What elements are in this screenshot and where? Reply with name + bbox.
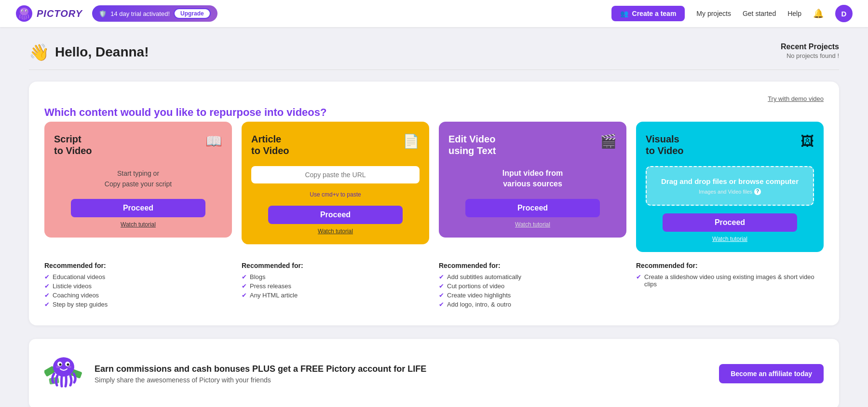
info-icon[interactable]: ?: [754, 188, 761, 195]
demo-video-link[interactable]: Try with demo video: [768, 95, 824, 102]
upgrade-button[interactable]: Upgrade: [174, 8, 211, 19]
list-item: ✔Add logo, intro, & outro: [439, 301, 626, 308]
rec-list-0: ✔Educational videos ✔Listicle videos ✔Co…: [44, 273, 232, 308]
card-header-article: Article to Video 📄: [251, 133, 420, 156]
list-item: ✔Step by step guides: [44, 301, 232, 308]
list-item: ✔Blogs: [242, 273, 429, 281]
list-item: ✔Press releases: [242, 282, 429, 290]
affiliate-text: Earn commissions and cash bonuses PLUS g…: [95, 364, 707, 384]
watch-tutorial-visuals[interactable]: Watch tutorial: [712, 236, 747, 242]
content-section: Try with demo video Which content would …: [29, 82, 839, 325]
list-item: ✔Add subtitles automatically: [439, 273, 626, 281]
rec-title-1: Recommended for:: [242, 262, 429, 269]
main-content: 👋 Hello, Deanna! Recent Projects No proj…: [0, 27, 868, 407]
script-placeholder: Start typing or Copy paste your script: [105, 168, 172, 190]
greeting-text: Hello, Deanna!: [55, 44, 149, 60]
check-icon: ✔: [439, 273, 444, 281]
list-item: ✔Listicle videos: [44, 282, 232, 290]
nav-get-started[interactable]: Get started: [743, 10, 776, 17]
recent-projects-subtitle: No projects found !: [781, 52, 839, 59]
list-item: ✔Create video highlights: [439, 292, 626, 299]
video-input-text: Input video from various sources: [502, 168, 563, 190]
logo[interactable]: PICTORY: [15, 5, 82, 22]
drag-drop-main-text: Drag and drop files or browse computer: [653, 177, 806, 186]
cards-row: Script to Video 📖 Start typing or Copy p…: [44, 122, 824, 252]
proceed-button-script[interactable]: Proceed: [71, 199, 205, 217]
card-body-visuals: Drag and drop files or browse computer I…: [646, 166, 814, 206]
card-title-script: Script to Video: [54, 133, 92, 156]
card-title-visuals: Visuals to Video: [646, 133, 684, 156]
svg-point-12: [59, 363, 62, 365]
logo-icon: [15, 5, 33, 22]
demo-link-row: Try with demo video: [44, 95, 824, 102]
script-to-video-wrapper: Script to Video 📖 Start typing or Copy p…: [44, 122, 232, 252]
rec-title-2: Recommended for:: [439, 262, 626, 269]
affiliate-button[interactable]: Become an affiliate today: [719, 364, 824, 383]
check-icon: ✔: [44, 273, 50, 281]
svg-point-4: [22, 11, 23, 12]
proceed-button-edit[interactable]: Proceed: [465, 199, 600, 217]
check-icon: ✔: [439, 301, 444, 308]
visuals-to-video-card: Visuals to Video 🖼 Drag and drop files o…: [636, 122, 824, 252]
card-title-article: Article to Video: [251, 133, 289, 156]
mascot-svg: [44, 349, 83, 392]
article-icon: 📄: [403, 133, 420, 149]
rec-title-0: Recommended for:: [44, 262, 232, 269]
svg-point-5: [26, 11, 27, 12]
create-team-button[interactable]: 👥 Create a team: [611, 6, 685, 21]
section-question: Which content would you like to repurpos…: [44, 106, 824, 119]
rec-block-0: Recommended for: ✔Educational videos ✔Li…: [44, 262, 232, 310]
list-item: ✔Create a slideshow video using existing…: [636, 273, 824, 288]
check-icon: ✔: [439, 282, 444, 290]
nav-my-projects[interactable]: My projects: [696, 10, 731, 17]
bell-icon[interactable]: 🔔: [813, 8, 824, 19]
url-input[interactable]: [251, 166, 420, 183]
greeting: 👋 Hello, Deanna!: [29, 42, 149, 62]
shield-icon: 🛡️: [99, 10, 107, 17]
header-left: PICTORY 🛡️ 14 day trial activated! Upgra…: [15, 5, 217, 22]
header-right: 👥 Create a team My projects Get started …: [611, 5, 853, 22]
divider: [29, 70, 839, 70]
top-row: 👋 Hello, Deanna! Recent Projects No proj…: [29, 42, 839, 62]
script-icon: 📖: [205, 133, 222, 149]
rec-block-3: Recommended for: ✔Create a slideshow vid…: [636, 262, 824, 310]
affiliate-mascot: [44, 349, 83, 399]
list-item: ✔Coaching videos: [44, 292, 232, 299]
url-hint: Use cmd+v to paste: [310, 191, 361, 198]
drag-drop-area[interactable]: Drag and drop files or browse computer I…: [646, 166, 814, 206]
card-title-edit: Edit Video using Text: [448, 133, 496, 156]
visuals-to-video-wrapper: Visuals to Video 🖼 Drag and drop files o…: [636, 122, 824, 252]
edit-video-wrapper: Edit Video using Text 🎬 Input video from…: [439, 122, 626, 252]
article-to-video-wrapper: Article to Video 📄 Use cmd+v to paste Pr…: [242, 122, 429, 252]
watch-tutorial-article[interactable]: Watch tutorial: [318, 228, 353, 235]
proceed-button-article[interactable]: Proceed: [268, 206, 403, 224]
recommendations-row: Recommended for: ✔Educational videos ✔Li…: [44, 262, 824, 310]
nav-help[interactable]: Help: [787, 10, 801, 17]
svg-point-14: [56, 365, 60, 368]
card-header-script: Script to Video 📖: [54, 133, 222, 156]
proceed-button-visuals[interactable]: Proceed: [663, 213, 797, 232]
list-item: ✔Educational videos: [44, 273, 232, 281]
list-item: ✔Any HTML article: [242, 292, 429, 299]
visuals-icon: 🖼: [800, 133, 814, 149]
card-body-article: Use cmd+v to paste: [251, 166, 420, 198]
watch-tutorial-script[interactable]: Watch tutorial: [121, 221, 156, 228]
header: PICTORY 🛡️ 14 day trial activated! Upgra…: [0, 0, 868, 27]
check-icon: ✔: [242, 292, 247, 299]
trial-badge: 🛡️ 14 day trial activated! Upgrade: [92, 5, 217, 22]
logo-text: PICTORY: [37, 8, 82, 19]
card-header-visuals: Visuals to Video 🖼: [646, 133, 814, 156]
card-body-edit: Input video from various sources: [448, 166, 617, 191]
check-icon: ✔: [44, 301, 50, 308]
list-item: ✔Cut portions of video: [439, 282, 626, 290]
avatar[interactable]: D: [835, 5, 853, 22]
edit-video-card: Edit Video using Text 🎬 Input video from…: [439, 122, 626, 238]
watch-tutorial-edit[interactable]: Watch tutorial: [515, 221, 550, 228]
check-icon: ✔: [636, 273, 641, 281]
check-icon: ✔: [44, 282, 50, 290]
check-icon: ✔: [44, 292, 50, 299]
svg-point-15: [68, 365, 71, 368]
edit-icon: 🎬: [600, 133, 617, 149]
affiliate-title: Earn commissions and cash bonuses PLUS g…: [95, 364, 707, 374]
check-icon: ✔: [439, 292, 444, 299]
